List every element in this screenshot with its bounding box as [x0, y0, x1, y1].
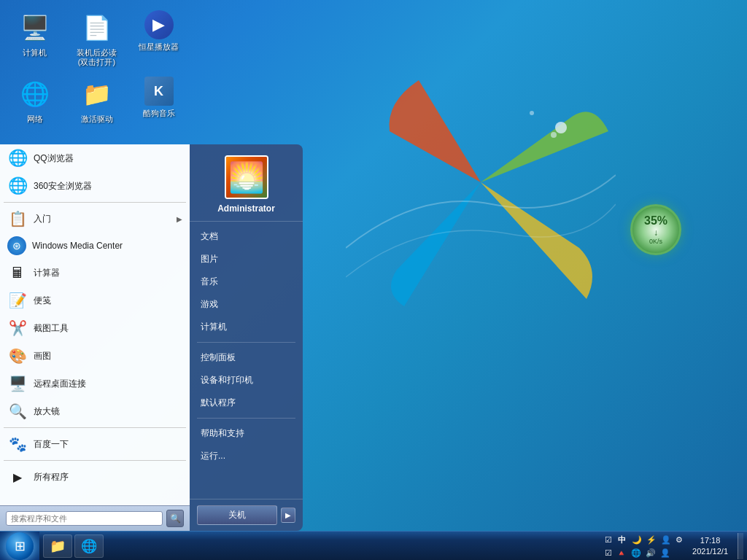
tray-clock[interactable]: 17:18 2021/12/1: [686, 534, 734, 558]
search-area: 🔍: [0, 505, 190, 531]
intro-arrow: ▶: [177, 215, 182, 223]
calculator-label: 计算器: [34, 267, 182, 279]
tray-user-icon[interactable]: 👤: [659, 534, 673, 545]
documents-label: 文档: [201, 230, 218, 243]
menu-item-wmc[interactable]: ⊛ Windows Media Center: [0, 233, 190, 259]
post-install-label: 装机后必读(双击打开): [72, 48, 121, 67]
avatar-image: [226, 157, 267, 198]
start-orb: ⊞: [6, 532, 34, 560]
desktop-icon-media-player[interactable]: ▶ 恒星播放器: [131, 7, 186, 70]
menu-item-computer-right[interactable]: 计算机: [190, 316, 303, 338]
menu-item-notepad[interactable]: 📝 便笺: [0, 287, 190, 314]
menu-item-default-programs[interactable]: 默认程序: [190, 392, 303, 414]
start-button[interactable]: ⊞: [0, 532, 39, 561]
baidu-label: 百度一下: [34, 438, 182, 451]
tray-user2-icon[interactable]: 👤: [659, 548, 672, 559]
menu-item-qq-browser[interactable]: 🌐 QQ浏览器: [0, 144, 190, 172]
menu-item-snipping[interactable]: ✂️ 截图工具: [0, 314, 190, 342]
calculator-icon: 🖩: [7, 262, 28, 283]
tray-action-center-icon[interactable]: ☑: [603, 548, 614, 559]
qq-browser-label: QQ浏览器: [34, 152, 182, 165]
tray-network-icon[interactable]: 🌐: [630, 548, 643, 559]
username-label: Administrator: [217, 203, 275, 214]
intro-icon: 📋: [7, 209, 28, 229]
desktop-icon-computer[interactable]: 🖥️ 计算机: [7, 7, 62, 70]
user-avatar[interactable]: [225, 155, 268, 199]
tray-date: 2021/12/1: [692, 546, 728, 556]
menu-item-remote[interactable]: 🖥️ 远程桌面连接: [0, 370, 190, 397]
computer-icon-label: 计算机: [23, 48, 47, 58]
show-desktop-button[interactable]: [738, 533, 743, 559]
tray-lang-icon[interactable]: 中: [615, 533, 629, 547]
menu-item-devices[interactable]: 设备和打印机: [190, 369, 303, 392]
tray-moon-icon[interactable]: 🌙: [630, 534, 643, 545]
explorer-icon: 📁: [50, 538, 66, 554]
driver-icon: 📁: [80, 77, 115, 112]
devices-label: 设备和打印机: [201, 374, 253, 386]
icon-row-1: 🖥️ 计算机 📄 装机后必读(双击打开) ▶ 恒星播放器: [7, 7, 186, 70]
360-browser-label: 360安全浏览器: [34, 180, 182, 192]
right-separator: [197, 342, 295, 343]
menu-item-intro[interactable]: 📋 入门 ▶: [0, 205, 190, 233]
menu-item-pictures[interactable]: 图片: [190, 248, 303, 271]
search-input[interactable]: [6, 511, 163, 526]
desktop-icons-container: 🖥️ 计算机 📄 装机后必读(双击打开) ▶ 恒星播放器 🌐 网络 📁 激活驱动: [7, 7, 186, 128]
tray-settings-icon[interactable]: ⚙: [674, 534, 684, 545]
desktop-icon-network[interactable]: 🌐 网络: [7, 74, 62, 127]
media-player-icon: ▶: [144, 10, 174, 39]
snipping-label: 截图工具: [34, 322, 182, 335]
taskbar-ie[interactable]: 🌐: [74, 534, 104, 558]
wmc-label: Windows Media Center: [32, 241, 182, 251]
tray-checkbox-icon[interactable]: ☑: [603, 534, 614, 545]
post-install-icon: 📄: [80, 10, 115, 45]
menu-item-magnifier[interactable]: 🔍 放大镜: [0, 397, 190, 425]
menu-item-calculator[interactable]: 🖩 计算器: [0, 259, 190, 287]
widget-speed: 0K/s: [649, 238, 662, 245]
start-menu-apps-list: 🌐 QQ浏览器 🌐 360安全浏览器 📋 入门 ▶ ⊛: [0, 144, 190, 505]
computer-right-label: 计算机: [201, 321, 227, 333]
default-programs-label: 默认程序: [201, 397, 236, 409]
paint-label: 画图: [34, 350, 182, 362]
desktop-icon-post-install[interactable]: 📄 装机后必读(双击打开): [69, 7, 124, 70]
kugou-icon: K: [144, 77, 174, 106]
menu-item-360-browser[interactable]: 🌐 360安全浏览器: [0, 172, 190, 200]
desktop-icon-kugou[interactable]: K 酷狗音乐: [131, 74, 186, 127]
shutdown-arrow-button[interactable]: ▶: [281, 508, 295, 523]
menu-item-games[interactable]: 游戏: [190, 293, 303, 316]
tray-volume-icon[interactable]: 🔊: [644, 548, 657, 559]
tray-power-icon[interactable]: ⚡: [645, 534, 658, 545]
svg-point-2: [530, 111, 534, 115]
start-menu-right: Administrator 文档 图片 音乐 游戏 计算机: [190, 144, 303, 531]
menu-item-control-panel[interactable]: 控制面板: [190, 346, 303, 369]
run-label: 运行...: [201, 450, 225, 462]
start-menu: 🌐 QQ浏览器 🌐 360安全浏览器 📋 入门 ▶ ⊛: [0, 144, 303, 531]
network-speed-widget: 35% ↓ 0K/s: [630, 204, 681, 255]
menu-item-baidu[interactable]: 🐾 百度一下: [0, 430, 190, 458]
menu-item-run[interactable]: 运行...: [190, 445, 303, 467]
taskbar-explorer[interactable]: 📁: [43, 534, 72, 558]
user-section: Administrator: [190, 144, 303, 222]
intro-label: 入门: [34, 213, 171, 225]
tray-time: 17:18: [692, 535, 728, 545]
all-programs-icon: ▶: [7, 467, 28, 487]
all-programs-label: 所有程序: [34, 471, 182, 483]
start-menu-left: 🌐 QQ浏览器 🌐 360安全浏览器 📋 入门 ▶ ⊛: [0, 144, 190, 531]
icon-row-2: 🌐 网络 📁 激活驱动 K 酷狗音乐: [7, 74, 186, 127]
pictures-label: 图片: [201, 253, 218, 265]
tray-expand-icon[interactable]: 🔺: [615, 548, 628, 559]
snipping-icon: ✂️: [7, 318, 28, 338]
notepad-label: 便笺: [34, 295, 182, 307]
menu-separator-1: [4, 202, 186, 203]
media-player-label: 恒星播放器: [139, 42, 179, 52]
desktop-icon-driver[interactable]: 📁 激活驱动: [69, 74, 124, 127]
menu-item-help[interactable]: 帮助和支持: [190, 422, 303, 445]
notepad-icon: 📝: [7, 290, 28, 311]
search-button[interactable]: 🔍: [166, 510, 184, 527]
tray-top-row: ☑ 中 🌙 ⚡ 👤 ⚙: [603, 533, 684, 547]
shutdown-button[interactable]: 关机: [197, 505, 277, 525]
menu-item-all-programs[interactable]: ▶ 所有程序: [0, 463, 190, 491]
taskbar: ⊞ 📁 🌐 ☑ 中 🌙 ⚡ 👤 ⚙: [0, 531, 747, 560]
menu-item-music[interactable]: 音乐: [190, 271, 303, 293]
menu-item-documents[interactable]: 文档: [190, 225, 303, 248]
menu-item-paint[interactable]: 🎨 画图: [0, 342, 190, 370]
